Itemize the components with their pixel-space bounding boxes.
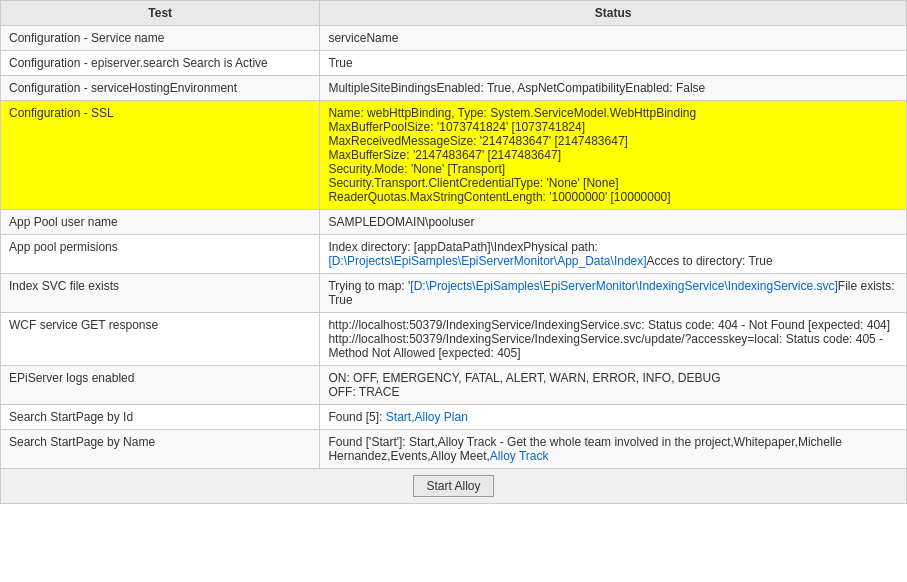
status-cell: MultipleSiteBindingsEnabled: True, AspNe… — [320, 76, 907, 101]
table-row: Search StartPage by IdFound [5]: Start,A… — [1, 405, 907, 430]
table-row: Search StartPage by NameFound ['Start']:… — [1, 430, 907, 469]
status-cell: serviceName — [320, 26, 907, 51]
test-cell: Configuration - serviceHostingEnvironmen… — [1, 76, 320, 101]
test-cell: WCF service GET response — [1, 313, 320, 366]
test-cell: Configuration - Service name — [1, 26, 320, 51]
test-cell: Search StartPage by Id — [1, 405, 320, 430]
status-cell: Found [5]: Start,Alloy Plan — [320, 405, 907, 430]
test-cell: Configuration - episerver.search Search … — [1, 51, 320, 76]
status-text: OFF: TRACE — [328, 385, 399, 399]
status-text: MaxReceivedMessageSize: '2147483647' [21… — [328, 134, 627, 148]
status-cell: Found ['Start']: Start,Alloy Track - Get… — [320, 430, 907, 469]
status-link[interactable]: Alloy Track — [490, 449, 549, 463]
table-row: Configuration - episerver.search Search … — [1, 51, 907, 76]
status-text: Found ['Start']: Start,Alloy Track - Get… — [328, 435, 842, 463]
status-cell: Trying to map: '[D:\Projects\EpiSamples\… — [320, 274, 907, 313]
start-alloy-button[interactable]: Start Alloy — [413, 475, 493, 497]
header-status: Status — [320, 1, 907, 26]
test-cell: Index SVC file exists — [1, 274, 320, 313]
status-text: Security.Transport.ClientCredentialType:… — [328, 176, 618, 190]
header-test: Test — [1, 1, 320, 26]
status-text: http://localhost:50379/IndexingService/I… — [328, 332, 883, 360]
table-row: Configuration - serviceHostingEnvironmen… — [1, 76, 907, 101]
status-text: Trying to map: ' — [328, 279, 410, 293]
status-link[interactable]: Start,Alloy Plan — [386, 410, 468, 424]
table-row: EPiServer logs enabledON: OFF, EMERGENCY… — [1, 366, 907, 405]
table-row: Configuration - Service nameserviceName — [1, 26, 907, 51]
status-cell: SAMPLEDOMAIN\pooluser — [320, 210, 907, 235]
status-text: Security.Mode: 'None' [Transport] — [328, 162, 505, 176]
status-text: ON: OFF, EMERGENCY, FATAL, ALERT, WARN, … — [328, 371, 720, 385]
status-text: Found [5]: — [328, 410, 385, 424]
test-cell: EPiServer logs enabled — [1, 366, 320, 405]
status-text: MaxBufferPoolSize: '1073741824' [1073741… — [328, 120, 585, 134]
status-cell: Name: webHttpBinding, Type: System.Servi… — [320, 101, 907, 210]
test-cell: App pool permisions — [1, 235, 320, 274]
table-row: App pool permisionsIndex directory: [app… — [1, 235, 907, 274]
status-text: http://localhost:50379/IndexingService/I… — [328, 318, 890, 332]
status-cell: True — [320, 51, 907, 76]
status-link[interactable]: [D:\Projects\EpiSamples\EpiServerMonitor… — [328, 254, 646, 268]
diagnostic-table: Test Status Configuration - Service name… — [0, 0, 907, 469]
status-link[interactable]: [D:\Projects\EpiSamples\EpiServerMonitor… — [410, 279, 838, 293]
status-text: Name: webHttpBinding, Type: System.Servi… — [328, 106, 696, 120]
table-row: WCF service GET responsehttp://localhost… — [1, 313, 907, 366]
status-text: Index directory: [appDataPath]\Index — [328, 240, 523, 254]
status-text: MaxBufferSize: '2147483647' [2147483647] — [328, 148, 561, 162]
status-cell: ON: OFF, EMERGENCY, FATAL, ALERT, WARN, … — [320, 366, 907, 405]
status-cell: http://localhost:50379/IndexingService/I… — [320, 313, 907, 366]
status-cell: Index directory: [appDataPath]\IndexPhys… — [320, 235, 907, 274]
status-text: Physical path: — [523, 240, 598, 254]
table-row: Configuration - SSLName: webHttpBinding,… — [1, 101, 907, 210]
status-text: ReaderQuotas.MaxStringContentLength: '10… — [328, 190, 670, 204]
table-row: Index SVC file existsTrying to map: '[D:… — [1, 274, 907, 313]
test-cell: Configuration - SSL — [1, 101, 320, 210]
footer-bar: Start Alloy — [0, 469, 907, 504]
table-row: App Pool user nameSAMPLEDOMAIN\pooluser — [1, 210, 907, 235]
test-cell: Search StartPage by Name — [1, 430, 320, 469]
status-text: Acces to directory: True — [647, 254, 773, 268]
test-cell: App Pool user name — [1, 210, 320, 235]
